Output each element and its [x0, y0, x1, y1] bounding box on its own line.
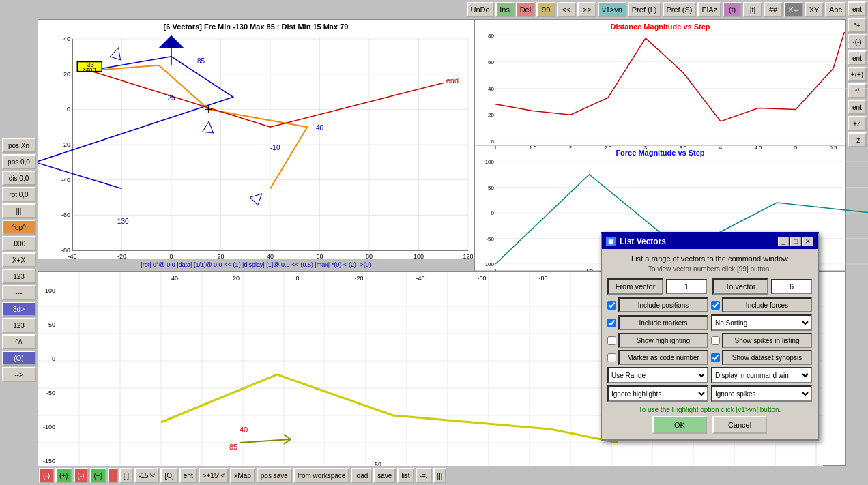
caret-button[interactable]: ^/\ [2, 334, 36, 349]
topleft-chart: [6 Vectors] Frc Min -130 Max 85 : Dist M… [38, 19, 474, 271]
footer-message: To use the Highlight option click [v1>vn… [607, 406, 812, 413]
pos1-button[interactable]: (+) [55, 468, 72, 483]
neg1-button[interactable]: (-) [39, 468, 54, 483]
include-markers-label[interactable]: Include markers [618, 315, 708, 330]
km-button[interactable]: K-- [784, 2, 803, 17]
circle-button[interactable]: (O) [2, 351, 36, 366]
ins-button[interactable]: Ins [495, 2, 515, 17]
positions-forces-row: Include positions Include forces [607, 297, 812, 312]
prefl-button[interactable]: Pref (L) [628, 2, 661, 17]
include-forces-checkbox[interactable] [711, 301, 720, 310]
maximize-button[interactable]: □ [790, 237, 801, 246]
top-toolbar: UnDo Ins Del 99 << >> v1>vn Pref (L) Pre… [465, 0, 869, 19]
save-button[interactable]: save [373, 468, 396, 483]
close-button[interactable]: ✕ [802, 237, 813, 246]
deg1-button[interactable]: -15°< [134, 468, 159, 483]
force-chart-title: Force Magnitude vs Step [475, 149, 845, 157]
ok-button[interactable]: OK [652, 416, 707, 434]
dash-button[interactable]: --- [2, 285, 36, 300]
abc-button[interactable]: Abc [825, 2, 846, 17]
num123b-button[interactable]: 123 [2, 318, 36, 333]
ent-button[interactable]: ent [179, 468, 197, 483]
pos2-button[interactable]: (+) [90, 468, 107, 483]
hash-button[interactable]: ## [764, 2, 783, 17]
del-button[interactable]: Del [516, 2, 536, 17]
rsb-starplus[interactable]: *+ [848, 18, 867, 33]
include-forces-label[interactable]: Include forces [722, 297, 812, 312]
bracket-button[interactable]: [ ] [119, 468, 133, 483]
sorting-select[interactable]: No Sorting Ascending Descending [711, 314, 812, 331]
dialog-icon: ▣ [606, 237, 616, 246]
marker-code-label[interactable]: Marker as code number [618, 350, 708, 365]
dialog-title: List Vectors [620, 237, 666, 246]
undo-button[interactable]: UnDo [467, 2, 494, 17]
list-button[interactable]: list [397, 468, 414, 483]
show-spikes-checkbox[interactable] [711, 336, 720, 345]
rot00-button[interactable]: rot 0,0 [2, 187, 36, 202]
from-to-row: From vector To vector [607, 278, 812, 295]
use-range-select[interactable]: Use Range Use All [607, 367, 708, 383]
dot000-button[interactable]: .000 [2, 236, 36, 251]
bars-button[interactable]: ||| [2, 203, 36, 218]
pos00-button[interactable]: pos 0,0 [2, 154, 36, 169]
distance-chart: Distance Magnitude vs Step [475, 20, 845, 146]
show-dataset-checkbox[interactable] [711, 353, 720, 362]
minimize-button[interactable]: _ [778, 237, 789, 246]
show-highlighting-checkbox[interactable] [607, 336, 616, 345]
prefs-button[interactable]: Pref (S) [663, 2, 697, 17]
dis00-button[interactable]: dis 0,0 [2, 171, 36, 186]
load-button[interactable]: load [351, 468, 372, 483]
dialog-description: List a range of vectors to the command w… [607, 254, 812, 263]
xy-button[interactable]: XY [805, 2, 824, 17]
fromws-button[interactable]: from workspace [293, 468, 350, 483]
v1vn-button[interactable]: v1>vn [598, 2, 626, 17]
next-button[interactable]: >> [577, 2, 596, 17]
include-positions-label[interactable]: Include positions [618, 297, 708, 312]
distance-chart-title: Distance Magnitude vs Step [475, 23, 845, 31]
from-vector-input[interactable] [666, 279, 707, 294]
show-highlighting-label[interactable]: Show highlighting [618, 333, 708, 348]
display-select[interactable]: Display in command win Display in file [711, 367, 812, 383]
bang-button[interactable]: ! [108, 468, 118, 483]
dialog-sub-description: To view vector numbers click [99] button… [607, 265, 812, 273]
title-controls: _ □ ✕ [778, 237, 813, 246]
deg2-button[interactable]: >+15°< [199, 468, 229, 483]
threed-button[interactable]: 3d> [2, 302, 36, 317]
neg2-button[interactable]: (-) [74, 468, 89, 483]
marker-code-checkbox[interactable] [607, 353, 616, 362]
num123-button[interactable]: 123 [2, 269, 36, 284]
elaz-button[interactable]: ElAz [697, 2, 721, 17]
doteq-button[interactable]: -=. [416, 468, 432, 483]
possave-button[interactable]: pos save [257, 468, 292, 483]
posxn-button[interactable]: pos Xn [2, 138, 36, 153]
ignore-highlights-select[interactable]: Ignore highlights Use highlights [607, 385, 708, 402]
xmap-button[interactable]: xMap [230, 468, 255, 483]
show-spikes-label[interactable]: Show spikes in listing [722, 333, 812, 348]
dialog-body: List a range of vectors to the command w… [602, 249, 818, 439]
ignore-spikes-select[interactable]: Ignore spikes Use spikes [711, 385, 812, 402]
topleft-chart-title: [6 Vectors] Frc Min -130 Max 85 : Dist M… [38, 23, 474, 31]
include-markers-checkbox[interactable] [607, 319, 616, 327]
circle-button[interactable]: [O] [160, 468, 177, 483]
list-vectors-dialog: ▣ List Vectors _ □ ✕ List a range of vec… [601, 232, 819, 441]
xplusx-button[interactable]: X+X [2, 252, 36, 267]
status-bar: (-) (+) (-) (+) ! [ ] -15°< [O] ent >+15… [38, 466, 846, 485]
left-sidebar: pos Xn pos 0,0 dis 0,0 rot 0,0 ||| ^op^ … [0, 136, 38, 466]
99-button[interactable]: 99 [536, 2, 555, 17]
from-vector-label[interactable]: From vector [607, 278, 663, 295]
highlight-spikes-row: Show highlighting Show spikes in listing [607, 333, 812, 348]
to-vector-label[interactable]: To vector [712, 278, 768, 295]
include-positions-checkbox[interactable] [607, 301, 616, 310]
ignore-row: Ignore highlights Use highlights Ignore … [607, 385, 812, 402]
to-vector-input[interactable] [771, 279, 812, 294]
status-line: |rot| 0°@ 0,0 |data| [1/1]@ 0,0 <<-(1) |… [38, 259, 474, 271]
bars2-button[interactable]: ||| [433, 468, 447, 483]
abst-button[interactable]: |t| [743, 2, 762, 17]
t-button[interactable]: (t) [723, 2, 742, 17]
rsb-ent1[interactable]: ent [848, 1, 867, 16]
show-dataset-label[interactable]: Show dataset synopsis [722, 350, 812, 365]
cancel-button[interactable]: Cancel [712, 416, 767, 434]
arrow-button[interactable]: --> [2, 367, 36, 382]
op-button[interactable]: ^op^ [2, 220, 36, 235]
prev-button[interactable]: << [557, 2, 576, 17]
